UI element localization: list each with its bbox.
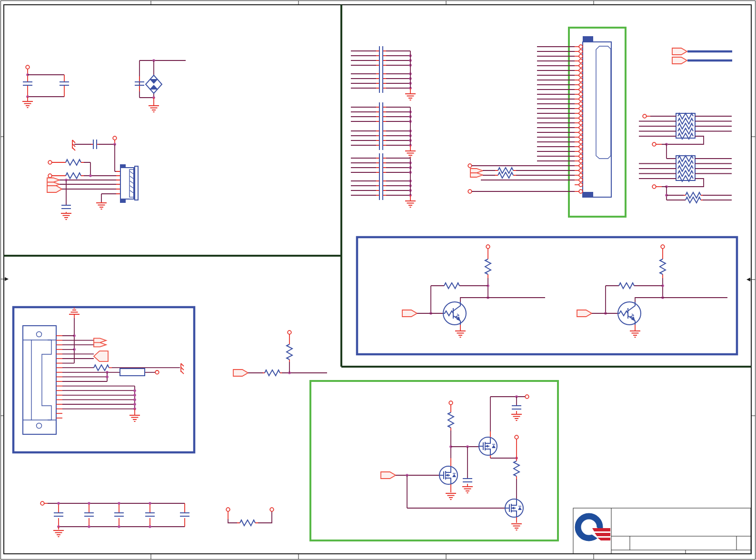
pin-terminal bbox=[579, 140, 583, 144]
pin-terminal bbox=[652, 185, 656, 189]
connector-keying bbox=[596, 46, 611, 159]
border-line bbox=[151, 0, 594, 5]
shape bbox=[133, 389, 136, 392]
component-graphic bbox=[37, 332, 42, 337]
ground-symbol bbox=[455, 331, 466, 337]
resistor bbox=[619, 283, 634, 289]
wire bbox=[666, 136, 704, 144]
capacitor bbox=[379, 83, 383, 93]
capacitor bbox=[379, 181, 383, 190]
net-flag-double bbox=[470, 169, 483, 177]
capacitor bbox=[463, 479, 472, 482]
wire bbox=[483, 170, 575, 175]
capacitor bbox=[379, 153, 383, 163]
resistor-networks bbox=[639, 113, 732, 203]
pin-terminal bbox=[515, 435, 518, 439]
decoupling-cap-banks bbox=[351, 46, 416, 207]
nmos-transistor bbox=[505, 499, 523, 517]
pin-terminal bbox=[579, 116, 583, 120]
junction-dot bbox=[118, 502, 120, 505]
capacitor bbox=[114, 513, 124, 516]
ground-symbol bbox=[630, 331, 640, 337]
connector-tab bbox=[583, 192, 593, 198]
zone-ticks bbox=[0, 0, 756, 560]
shape bbox=[149, 79, 158, 84]
npn-digital-transistor bbox=[443, 302, 466, 325]
capacitor bbox=[379, 140, 383, 150]
shape bbox=[149, 85, 158, 90]
capacitor bbox=[379, 56, 383, 65]
pin-terminal bbox=[579, 88, 583, 91]
series-resistor-link bbox=[226, 508, 274, 526]
pin-terminal bbox=[579, 83, 583, 87]
resistor bbox=[660, 259, 666, 274]
junction-dot bbox=[57, 502, 60, 505]
ground-symbol bbox=[129, 415, 140, 421]
capacitor bbox=[379, 186, 383, 195]
wire bbox=[695, 159, 732, 174]
capacitor bbox=[180, 513, 189, 516]
net-flag bbox=[381, 472, 396, 479]
ground-symbol bbox=[61, 213, 71, 220]
capacitor bbox=[93, 140, 97, 149]
center-arrows bbox=[1, 277, 755, 281]
pin-terminal bbox=[113, 136, 117, 140]
wire bbox=[639, 164, 676, 179]
wire bbox=[84, 162, 90, 176]
resistor bbox=[448, 412, 454, 428]
capacitor bbox=[512, 406, 521, 409]
debug-connector bbox=[47, 136, 138, 220]
capacitor bbox=[379, 126, 383, 136]
pin-terminal bbox=[288, 330, 291, 334]
pin-terminal bbox=[525, 395, 529, 399]
capacitor bbox=[84, 513, 94, 516]
chassis-ground bbox=[72, 140, 75, 150]
pin-terminal bbox=[579, 130, 583, 134]
connector-pins bbox=[56, 336, 62, 418]
junction-dot bbox=[89, 174, 92, 177]
wire bbox=[662, 187, 666, 200]
highlight-box-blue bbox=[13, 307, 194, 452]
border-line bbox=[611, 508, 751, 554]
net-flag bbox=[672, 48, 687, 55]
pin-terminal bbox=[579, 78, 583, 82]
ferrite-bead bbox=[120, 369, 145, 376]
capacitor bbox=[54, 513, 63, 516]
lead bbox=[28, 75, 64, 97]
ground-symbol bbox=[53, 530, 64, 537]
pin-terminal bbox=[468, 190, 472, 193]
pin-terminal bbox=[226, 508, 230, 511]
capacitor bbox=[379, 136, 383, 145]
wire bbox=[62, 336, 74, 363]
pin-terminal bbox=[486, 245, 490, 249]
highlight-box-green bbox=[310, 381, 558, 540]
wire bbox=[635, 298, 727, 302]
resistor bbox=[485, 259, 491, 274]
sheet-border bbox=[1, 1, 756, 560]
net-flag bbox=[233, 370, 248, 376]
pin-terminal bbox=[643, 114, 647, 118]
schematic-canvas bbox=[0, 0, 756, 560]
bus-stub-flags bbox=[672, 48, 732, 64]
border-line bbox=[4, 5, 751, 554]
capacitor bbox=[379, 131, 383, 140]
pin-terminal bbox=[579, 97, 583, 101]
resonator-symbol bbox=[146, 75, 162, 93]
capacitor bbox=[379, 176, 383, 186]
lead bbox=[116, 171, 120, 194]
capacitor bbox=[145, 513, 155, 516]
pin-terminal bbox=[579, 159, 583, 163]
io-connector-symbol bbox=[23, 326, 56, 434]
wire bbox=[639, 116, 676, 136]
pin-terminal bbox=[579, 190, 583, 193]
wire bbox=[60, 180, 116, 184]
capacitor bbox=[61, 205, 71, 209]
io-connector-box bbox=[13, 307, 194, 452]
pin-terminal bbox=[579, 92, 583, 96]
capacitor bbox=[379, 112, 383, 121]
pin-terminal bbox=[579, 145, 583, 149]
capacitor bbox=[379, 163, 383, 172]
capacitor bbox=[379, 117, 383, 126]
pin-terminal bbox=[26, 65, 30, 69]
ground-symbol bbox=[96, 203, 107, 209]
